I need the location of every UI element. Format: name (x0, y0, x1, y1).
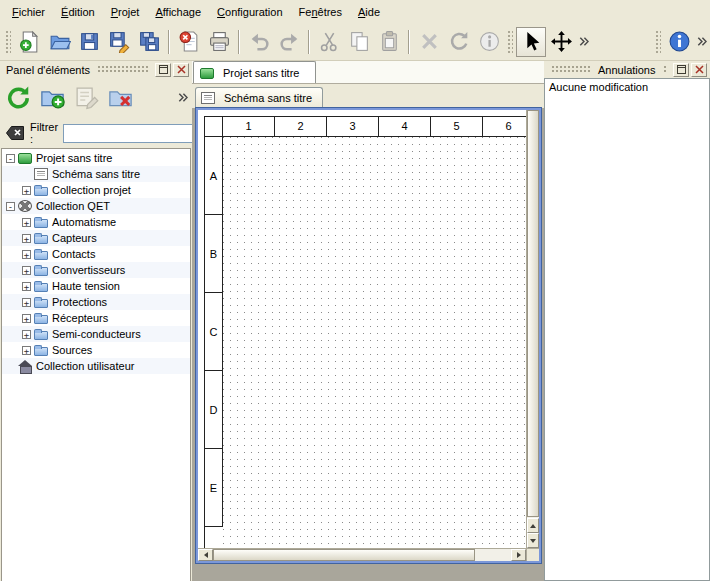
column-header: 4 (379, 117, 431, 137)
menu-fenetres[interactable]: Fenêtres (291, 3, 350, 21)
save-icon (78, 30, 101, 53)
toolbar-overflow-button[interactable] (694, 31, 708, 53)
column-header: 1 (223, 117, 275, 137)
project-icon (200, 68, 214, 79)
expander-icon[interactable]: - (6, 154, 15, 163)
tree-item-collection-projet[interactable]: +Collection projet (2, 182, 190, 198)
expander-icon[interactable]: + (22, 250, 31, 259)
menu-projet[interactable]: Projet (103, 3, 148, 21)
toolbar-overflow-button[interactable] (576, 31, 590, 53)
expander-icon[interactable]: + (22, 330, 31, 339)
new-element-button[interactable] (37, 82, 68, 113)
schema-tab-label: Schéma sans titre (224, 92, 312, 104)
close-dock-button[interactable] (173, 63, 189, 77)
double-chevron-icon (578, 36, 589, 47)
rotate-button[interactable] (444, 27, 474, 57)
tab-projet-sans-titre[interactable]: Projet sans titre (193, 61, 316, 83)
reload-collections-button[interactable] (3, 82, 34, 113)
undo-list[interactable]: Aucune modification (544, 78, 710, 581)
menu-edition[interactable]: Édition (53, 3, 103, 21)
scroll-down-button[interactable] (527, 533, 539, 548)
main-toolbar (0, 23, 710, 61)
expander-icon[interactable]: + (22, 346, 31, 355)
delete-element-icon (108, 85, 133, 110)
menu-aide[interactable]: Aide (350, 3, 388, 21)
float-icon (159, 65, 168, 74)
delete-element-button[interactable] (105, 82, 136, 113)
float-dock-button[interactable] (155, 63, 171, 77)
tree-item-protections[interactable]: +Protections (2, 294, 190, 310)
redo-button[interactable] (274, 27, 304, 57)
scroll-left-button[interactable] (198, 549, 213, 561)
float-dock-button[interactable] (673, 63, 689, 77)
filter-input[interactable] (63, 124, 213, 143)
menu-fichier[interactable]: Fichier (4, 3, 53, 21)
close-file-button[interactable] (174, 27, 204, 57)
save-all-button[interactable] (134, 27, 164, 57)
clear-filter-button[interactable] (5, 125, 25, 141)
delete-button[interactable] (414, 27, 444, 57)
tree-item-contacts[interactable]: +Contacts (2, 246, 190, 262)
dot-grid[interactable] (223, 137, 526, 548)
double-chevron-icon (696, 36, 707, 47)
horizontal-scrollbar[interactable] (198, 548, 526, 561)
print-button[interactable] (204, 27, 234, 57)
tree-item-haute-tension[interactable]: +Haute tension (2, 278, 190, 294)
expander-icon[interactable] (6, 362, 15, 371)
scroll-up-button[interactable] (527, 518, 539, 533)
about-button[interactable] (664, 27, 694, 57)
undo-titlebar[interactable]: Annulations (544, 61, 710, 78)
vertical-scrollbar-thumb[interactable] (527, 110, 539, 517)
close-dock-button[interactable] (691, 63, 707, 77)
open-project-button[interactable] (44, 27, 74, 57)
toolbar-grip[interactable] (5, 30, 11, 54)
cut-button[interactable] (314, 27, 344, 57)
move-tool-button[interactable] (546, 27, 576, 57)
elements-panel-titlebar[interactable]: Panel d'éléments (0, 61, 192, 78)
edit-element-button[interactable] (71, 82, 102, 113)
toolbar-separator (308, 30, 310, 54)
toolbar-grip[interactable] (507, 30, 513, 54)
toolbar-grip[interactable] (655, 30, 661, 54)
copy-button[interactable] (344, 27, 374, 57)
undo-button[interactable] (244, 27, 274, 57)
menu-configuration[interactable]: Configuration (209, 3, 290, 21)
tree-item-automatisme[interactable]: +Automatisme (2, 214, 190, 230)
panel-toolbar-overflow-button[interactable] (175, 86, 189, 108)
undo-empty-message[interactable]: Aucune modification (549, 81, 648, 93)
tree-item-project[interactable]: -Projet sans titre (2, 150, 190, 166)
tab-schema-sans-titre[interactable]: Schéma sans titre (195, 87, 323, 108)
expander-icon[interactable] (22, 170, 31, 179)
expander-icon[interactable]: + (22, 314, 31, 323)
project-tabbar: Projet sans titre (192, 61, 544, 84)
tree-item-capteurs[interactable]: +Capteurs (2, 230, 190, 246)
scroll-right-button[interactable] (511, 549, 526, 561)
undo-icon (248, 30, 271, 53)
save-button[interactable] (74, 27, 104, 57)
horizontal-scrollbar-thumb[interactable] (213, 549, 475, 561)
conductor-info-button[interactable] (474, 27, 504, 57)
tree-item-semi-conducteurs[interactable]: +Semi-conducteurs (2, 326, 190, 342)
select-tool-button[interactable] (516, 27, 546, 57)
expander-icon[interactable]: - (6, 202, 15, 211)
tree-item-schema[interactable]: Schéma sans titre (2, 166, 190, 182)
expander-icon[interactable]: + (22, 234, 31, 243)
expander-icon[interactable]: + (22, 218, 31, 227)
scrollbar-corner (526, 548, 539, 561)
expander-icon[interactable]: + (22, 282, 31, 291)
column-header: 2 (275, 117, 327, 137)
expander-icon[interactable]: + (22, 266, 31, 275)
paste-button[interactable] (374, 27, 404, 57)
tree-item-collection-qet[interactable]: -Collection QET (2, 198, 190, 214)
tree-item-recepteurs[interactable]: +Récepteurs (2, 310, 190, 326)
diagram-canvas[interactable]: 1 2 3 4 5 6 A B C D E (198, 110, 526, 548)
tree-item-convertisseurs[interactable]: +Convertisseurs (2, 262, 190, 278)
save-as-button[interactable] (104, 27, 134, 57)
expander-icon[interactable]: + (22, 186, 31, 195)
expander-icon[interactable]: + (22, 298, 31, 307)
vertical-scrollbar[interactable] (526, 110, 539, 548)
menu-affichage[interactable]: Affichage (147, 3, 209, 21)
new-document-button[interactable] (14, 27, 44, 57)
tree-item-collection-utilisateur[interactable]: Collection utilisateur (2, 358, 190, 374)
tree-item-sources[interactable]: +Sources (2, 342, 190, 358)
